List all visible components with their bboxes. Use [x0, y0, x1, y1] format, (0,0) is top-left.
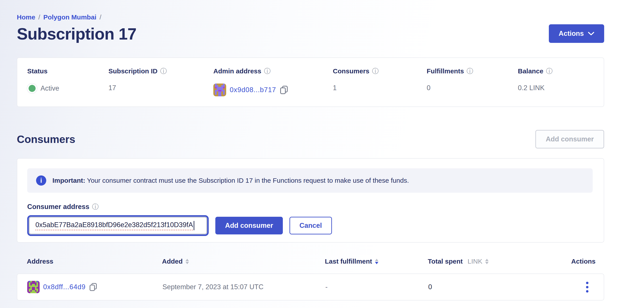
- breadcrumb: Home / Polygon Mumbai /: [17, 13, 604, 22]
- consumer-address-input[interactable]: 0x5abE77Ba2aE8918bfD96e2e382d5f213f10D39…: [29, 217, 207, 234]
- stat-balance-label: Balance: [518, 67, 543, 75]
- consumer-total-spent: 0: [428, 283, 572, 291]
- subscription-page: Home / Polygon Mumbai / Subscription 17 …: [0, 0, 644, 301]
- total-spent-unit-label: LINK: [468, 258, 482, 265]
- status-active-dot: [27, 84, 37, 93]
- consumer-added-date: September 7, 2023 at 15:07 UTC: [162, 283, 325, 291]
- info-icon[interactable]: ⓘ: [160, 68, 167, 74]
- important-banner: i Important: Your consumer contract must…: [27, 168, 593, 193]
- stat-admin-address: Admin address ⓘ 0x9d08...b717: [213, 67, 333, 96]
- breadcrumb-separator: /: [100, 13, 101, 22]
- stat-consumers: Consumers ⓘ 1: [333, 67, 427, 96]
- info-icon[interactable]: ⓘ: [372, 68, 379, 74]
- subscription-stats-card: Status Active Subscription ID ⓘ 17 Admin…: [17, 57, 604, 107]
- info-icon[interactable]: ⓘ: [546, 68, 552, 74]
- subscription-id-value: 17: [108, 84, 116, 92]
- column-header-total-spent[interactable]: Total spent LINK: [428, 258, 571, 265]
- stat-balance: Balance ⓘ 0.2 LINK: [518, 67, 593, 96]
- copy-icon[interactable]: [89, 283, 97, 292]
- admin-address-link[interactable]: 0x9d08...b717: [230, 86, 276, 94]
- status-value: Active: [40, 84, 59, 93]
- consumer-address-link[interactable]: 0x8dff...64d9: [43, 283, 86, 291]
- stat-fulfillments: Fulfillments ⓘ 0: [427, 67, 518, 96]
- consumers-heading: Consumers: [17, 133, 75, 145]
- sort-icon[interactable]: [185, 259, 189, 264]
- stat-subscription-id-label: Subscription ID: [108, 67, 158, 75]
- sort-icon-active-desc[interactable]: [375, 259, 379, 264]
- banner-text: Important: Your consumer contract must u…: [52, 177, 409, 184]
- consumer-address-label: Consumer address: [27, 203, 90, 211]
- consumer-address-input-value: 0x5abE77Ba2aE8918bfD96e2e382d5f213f10D39…: [36, 221, 193, 230]
- stat-status-label: Status: [27, 67, 48, 75]
- consumer-table-row: 0x8dff...64d9 September 7, 2023 at 15:07…: [17, 274, 604, 301]
- add-consumer-submit-button[interactable]: Add consumer: [215, 217, 283, 234]
- page-title: Subscription 17: [17, 24, 136, 44]
- add-consumer-card: i Important: Your consumer contract must…: [17, 158, 604, 243]
- balance-value: 0.2 LINK: [518, 84, 545, 92]
- cancel-button[interactable]: Cancel: [290, 217, 332, 234]
- info-filled-icon: i: [36, 175, 46, 186]
- info-icon[interactable]: ⓘ: [466, 68, 473, 74]
- stat-consumers-label: Consumers: [333, 67, 369, 75]
- actions-button[interactable]: Actions: [549, 24, 604, 43]
- consumer-address-input-wrapper: 0x5abE77Ba2aE8918bfD96e2e382d5f213f10D39…: [27, 215, 209, 236]
- text-caret: [194, 221, 194, 230]
- breadcrumb-link-network[interactable]: Polygon Mumbai: [44, 13, 96, 22]
- admin-address-avatar: [213, 84, 226, 96]
- stat-status: Status Active: [27, 67, 108, 96]
- breadcrumb-separator: /: [38, 13, 40, 22]
- info-icon[interactable]: ⓘ: [92, 203, 99, 210]
- breadcrumb-link-home[interactable]: Home: [17, 13, 35, 22]
- row-actions-kebab-icon[interactable]: [584, 280, 591, 295]
- fulfillments-count-value: 0: [427, 84, 430, 92]
- stat-subscription-id: Subscription ID ⓘ 17: [108, 67, 213, 96]
- consumer-address-avatar: [27, 281, 40, 293]
- column-header-last-fulfillment[interactable]: Last fulfillment: [325, 258, 428, 265]
- stat-fulfillments-label: Fulfillments: [427, 67, 464, 75]
- add-consumer-button-disabled[interactable]: Add consumer: [535, 130, 604, 149]
- column-header-added[interactable]: Added: [162, 258, 325, 265]
- column-header-address: Address: [27, 258, 162, 265]
- sort-icon[interactable]: [485, 259, 489, 264]
- consumers-count-value: 1: [333, 84, 336, 92]
- actions-button-label: Actions: [558, 30, 584, 37]
- chevron-down-icon: [588, 32, 594, 36]
- copy-icon[interactable]: [280, 85, 288, 95]
- info-icon[interactable]: ⓘ: [264, 68, 271, 74]
- stat-admin-address-label: Admin address: [213, 67, 261, 75]
- column-header-actions: Actions: [571, 258, 596, 265]
- consumer-last-fulfillment: -: [325, 283, 428, 291]
- consumers-table-header: Address Added Last fulfillment Total spe…: [17, 257, 604, 266]
